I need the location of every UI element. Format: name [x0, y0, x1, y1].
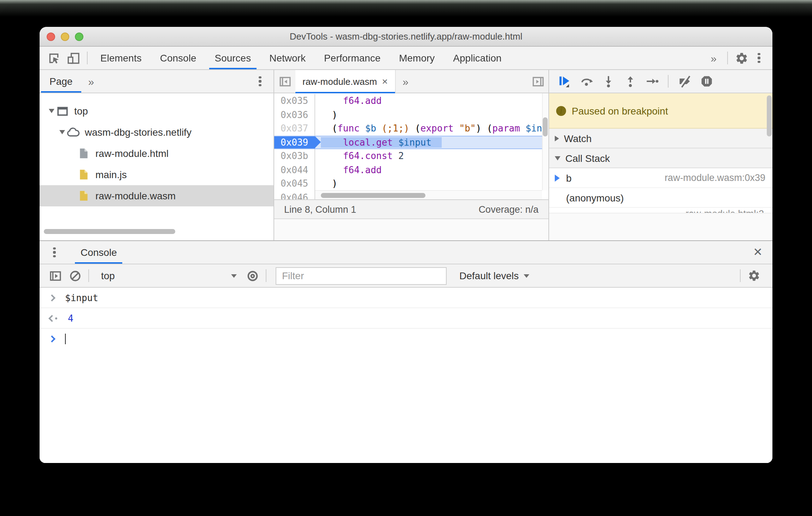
- gutter-0x044[interactable]: 0x044: [274, 163, 315, 177]
- editor-tab-raw-module-wasm[interactable]: raw-module.wasm ×: [295, 70, 395, 93]
- tab-performance[interactable]: Performance: [315, 47, 390, 69]
- gutter-0x035[interactable]: 0x035: [274, 94, 315, 108]
- navigator-more-tabs-button[interactable]: »: [81, 70, 101, 93]
- tree-item-raw-module-html[interactable]: raw-module.html: [40, 143, 273, 164]
- more-panels-button[interactable]: »: [704, 47, 724, 69]
- main-toolbar: ElementsConsoleSourcesNetworkPerformance…: [40, 47, 772, 70]
- code-editor: 0x035 f64.add0x036 )0x037 (func $b (;1;)…: [274, 93, 548, 199]
- console-settings-button[interactable]: [744, 269, 764, 282]
- tab-console-drawer[interactable]: Console: [79, 241, 118, 264]
- code-line-0x037: 0x037 (func $b (;1;) (export "b") (param…: [274, 122, 548, 135]
- deactivate-breakpoints-button[interactable]: [675, 72, 694, 90]
- console-sidebar-button[interactable]: [45, 270, 65, 281]
- resume-icon: [558, 75, 571, 88]
- callstack-section-header[interactable]: Call Stack: [549, 148, 772, 168]
- code-line-0x036: 0x036 ): [274, 108, 548, 122]
- log-levels-selector[interactable]: Default levels: [459, 270, 529, 281]
- gutter-0x039[interactable]: 0x039: [274, 136, 315, 148]
- device-toolbar-button[interactable]: [64, 47, 83, 69]
- console-toolbar-separator: [740, 269, 741, 282]
- editor-vscrollbar: [542, 93, 548, 190]
- result-arrow-icon: [48, 315, 55, 322]
- tree-item-raw-module-wasm[interactable]: raw-module.wasm: [40, 185, 273, 206]
- titlebar: DevTools - wasm-dbg-stories.netlify.app/…: [40, 27, 772, 47]
- editor-vscrollbar-thumb[interactable]: [543, 117, 548, 136]
- editor-bottom-strip: [274, 219, 548, 240]
- traffic-lights: [47, 27, 83, 46]
- console-result-value: 4: [68, 313, 73, 323]
- editor-tab-label: raw-module.wasm: [302, 76, 377, 87]
- live-expression-button[interactable]: [242, 270, 262, 282]
- toolbar-separator: [727, 52, 728, 64]
- clear-console-button[interactable]: [65, 270, 85, 282]
- minimize-window-button[interactable]: [61, 32, 69, 41]
- navigator-hscrollbar[interactable]: [44, 229, 175, 234]
- tree-item-label: top: [74, 105, 88, 117]
- tree-item-label: wasm-dbg-stories.netlify: [85, 127, 192, 138]
- paused-banner-text: Paused on breakpoint: [572, 105, 668, 116]
- close-drawer-button[interactable]: ✕: [753, 247, 763, 258]
- console-prompt-row[interactable]: [40, 329, 772, 349]
- settings-button[interactable]: [731, 47, 751, 69]
- main-menu-button[interactable]: [751, 47, 767, 69]
- expander-open-icon[interactable]: [57, 130, 66, 134]
- filter-input[interactable]: [276, 267, 447, 285]
- gutter-0x045[interactable]: 0x045: [274, 177, 315, 190]
- gutter-0x037[interactable]: 0x037: [274, 122, 315, 135]
- editor-hscrollbar: [315, 190, 542, 199]
- tab-page[interactable]: Page: [41, 70, 81, 93]
- callstack-frame--anonymous-[interactable]: (anonymous): [549, 188, 772, 208]
- callstack-frames: braw-module.wasm:0x39(anonymous): [549, 168, 772, 208]
- zoom-window-button[interactable]: [75, 32, 83, 41]
- callstack-frame-b[interactable]: braw-module.wasm:0x39: [549, 168, 772, 188]
- console-header: Console ✕: [40, 241, 772, 264]
- debugger-toolbar-separator: [668, 75, 669, 88]
- frame-name: b: [566, 172, 572, 183]
- tab-memory[interactable]: Memory: [390, 47, 444, 69]
- code-line-0x03b: 0x03b f64.const 2: [274, 149, 548, 163]
- show-debugger-button[interactable]: [527, 70, 548, 93]
- expander-open-icon[interactable]: [47, 109, 56, 113]
- tab-console[interactable]: Console: [151, 47, 206, 69]
- tab-sources[interactable]: Sources: [205, 47, 260, 69]
- gutter-0x03b[interactable]: 0x03b: [274, 149, 315, 163]
- tree-item-label: main.js: [95, 169, 127, 180]
- hide-navigator-button[interactable]: [274, 70, 295, 93]
- text-caret: [65, 334, 66, 344]
- tree-item-wasm-dbg-stories-netlify[interactable]: wasm-dbg-stories.netlify: [40, 122, 273, 143]
- gutter-0x036[interactable]: 0x036: [274, 108, 315, 122]
- step-button[interactable]: [642, 72, 661, 90]
- tree-item-top[interactable]: top: [40, 100, 273, 122]
- frame-icon: [57, 106, 69, 116]
- editor-more-tabs-button[interactable]: »: [395, 70, 416, 93]
- drawer-menu-button[interactable]: [47, 241, 62, 264]
- step-over-button[interactable]: [577, 72, 596, 90]
- code-line-0x044: 0x044 f64.add: [274, 163, 548, 177]
- pause-on-exceptions-button[interactable]: [697, 72, 716, 90]
- tab-application[interactable]: Application: [444, 47, 511, 69]
- code-text: ): [315, 108, 548, 122]
- gutter-0x046[interactable]: 0x046: [274, 190, 315, 199]
- inspect-element-button[interactable]: [44, 47, 64, 69]
- editor-hscrollbar-thumb[interactable]: [321, 193, 425, 198]
- tree-item-main-js[interactable]: main.js: [40, 164, 273, 185]
- navigator-menu-button[interactable]: [252, 76, 268, 86]
- code-text: f64.add: [315, 94, 548, 108]
- resume-button[interactable]: [555, 72, 574, 90]
- close-tab-icon[interactable]: ×: [382, 76, 388, 86]
- context-selector[interactable]: top: [93, 270, 242, 281]
- tab-elements[interactable]: Elements: [91, 47, 151, 69]
- step-into-button[interactable]: [599, 72, 618, 90]
- background-gradient: [0, 0, 812, 17]
- close-window-button[interactable]: [47, 32, 55, 41]
- watch-section-header[interactable]: Watch: [549, 129, 772, 148]
- frame-name: (anonymous): [566, 192, 624, 203]
- gear-icon: [748, 269, 760, 282]
- debugger-vscrollbar-thumb[interactable]: [767, 95, 772, 136]
- coverage-status: Coverage: n/a: [478, 204, 539, 215]
- editor-statusbar: Line 8, Column 1 Coverage: n/a: [274, 199, 548, 219]
- step-out-button[interactable]: [620, 72, 640, 90]
- tab-network[interactable]: Network: [260, 47, 315, 69]
- code-text: ): [315, 177, 548, 190]
- chevron-down-icon: [555, 156, 560, 160]
